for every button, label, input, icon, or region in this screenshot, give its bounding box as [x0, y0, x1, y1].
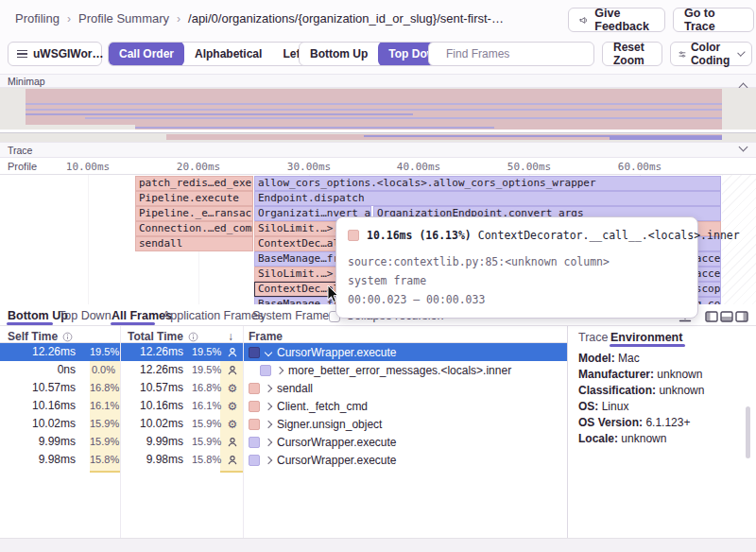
flame-frame[interactable]: patch_redis…ed_execute — [135, 176, 253, 191]
table-row[interactable]: 9.98ms 15.8% 9.98ms 15.8% CursorWrapper.… — [0, 451, 567, 469]
active-tab-underline — [610, 344, 685, 347]
tab-system-frames[interactable]: System Frames — [252, 309, 335, 322]
flame-frame[interactable]: SiloLimit.…>.over — [254, 221, 337, 236]
table-row[interactable]: 9.99ms 15.9% 9.99ms 15.9% CursorWrapper.… — [0, 433, 567, 451]
env-field: Classification: unknown — [578, 383, 748, 399]
give-feedback-label: Give Feedback — [594, 7, 654, 33]
dock-right-icon[interactable] — [735, 311, 748, 322]
dock-left-icon[interactable] — [705, 311, 718, 322]
mouse-cursor — [327, 285, 340, 304]
frame-name: CursorWrapper.execute — [277, 346, 397, 359]
frame-color-swatch — [249, 347, 260, 358]
system-frame-icon: ⚙ — [223, 415, 242, 433]
environment-details: Model: Mac Manufacturer: unknown Classif… — [578, 351, 748, 447]
env-field: Model: Mac — [578, 351, 748, 367]
minimap-block — [26, 103, 722, 105]
application-frame-icon — [223, 361, 242, 379]
go-to-trace-label: Go to Trace — [684, 7, 743, 33]
color-coding-label: Color Coding — [691, 41, 734, 67]
chevron-right-icon[interactable] — [276, 366, 284, 373]
breadcrumb-separator: › — [67, 12, 71, 26]
search-input[interactable] — [444, 46, 594, 61]
total-time-header[interactable]: Total Time — [128, 330, 198, 343]
total-time-header-label: Total Time — [128, 330, 183, 343]
tab-trace-details[interactable]: Trace — [578, 331, 609, 344]
tab-environment[interactable]: Environment — [610, 331, 682, 344]
color-coding-button[interactable]: Color Coding — [670, 42, 752, 66]
flame-frame[interactable]: Pipeline.execute — [135, 191, 253, 206]
flame-frame[interactable]: SiloLimit.…>.over — [254, 267, 337, 282]
flame-frame[interactable]: ContextDec…als>.i — [254, 236, 337, 251]
minimap-label: Minimap — [8, 76, 45, 87]
profile-label: Profile — [8, 161, 37, 172]
minimap-block — [26, 89, 722, 125]
application-frame-icon — [223, 343, 242, 361]
flame-frame-selected[interactable]: ContextDec…als>.i — [254, 282, 337, 297]
frame-name: CursorWrapper.execute — [277, 454, 397, 467]
frame-tooltip: 10.16ms (16.13%) ContextDecorator.__call… — [335, 216, 698, 319]
flame-frame[interactable]: allow_cors_options.<locals>.allow_cors_o… — [254, 176, 721, 191]
column-divider — [243, 326, 244, 538]
table-row[interactable]: 10.57ms 16.8% 10.57ms 16.8% ⚙ sendall — [0, 379, 567, 397]
tab-call-order[interactable]: Call Order — [109, 42, 184, 66]
frame-name: Client._fetch_cmd — [277, 400, 368, 413]
breadcrumb-profiling[interactable]: Profiling — [15, 11, 60, 26]
ruler-tick: 10.00ms — [66, 161, 110, 173]
chevron-right-icon[interactable] — [265, 438, 272, 445]
chevron-right-icon[interactable] — [265, 402, 272, 409]
tab-top-down-table[interactable]: Top Down — [59, 309, 112, 322]
minimap-canvas[interactable] — [0, 88, 756, 142]
flame-frame[interactable]: BaseManage…from_c — [254, 251, 337, 267]
ruler-tick: 40.00ms — [397, 161, 440, 173]
dock-bottom-icon[interactable] — [720, 311, 733, 322]
chevron-down-icon[interactable] — [265, 348, 272, 355]
breadcrumb-profile-summary[interactable]: Profile Summary — [78, 11, 169, 26]
thread-selector-label: uWSGIWor… — [33, 47, 103, 60]
minimap-block — [135, 127, 494, 129]
chevron-right-icon[interactable] — [265, 420, 272, 427]
flame-frame[interactable]: Connection.…ed_command — [135, 221, 253, 236]
frame-header[interactable]: Frame — [249, 330, 283, 343]
self-time-header-label: Self Time — [8, 330, 58, 343]
footer-strip — [0, 538, 756, 552]
panel-divider[interactable] — [567, 326, 568, 538]
time-ruler: Profile 10.00ms 20.00ms 30.00ms 40.00ms … — [0, 158, 756, 175]
frame-name: CursorWrapper.execute — [277, 436, 397, 449]
thread-selector[interactable]: uWSGIWor… — [8, 42, 102, 66]
frame-color-swatch — [348, 230, 359, 241]
tab-application-frames[interactable]: Application Frames — [163, 309, 264, 322]
flame-frame[interactable]: Endpoint.dispatch — [254, 191, 721, 206]
chevron-right-icon[interactable] — [265, 384, 272, 391]
frame-color-swatch — [249, 455, 260, 466]
chevron-right-icon[interactable] — [265, 456, 272, 463]
chevron-down-icon — [738, 48, 746, 56]
give-feedback-button[interactable]: Give Feedback — [568, 8, 665, 32]
minimap-block — [26, 109, 722, 111]
go-to-trace-button[interactable]: Go to Trace — [673, 8, 754, 32]
system-frame-icon: ⚙ — [223, 379, 242, 397]
scrollbar-thumb[interactable] — [746, 406, 750, 458]
info-icon — [62, 332, 73, 342]
ruler-tick: 30.00ms — [287, 161, 331, 173]
table-row[interactable]: 12.26ms 19.5% 12.26ms 19.5% CursorWrappe… — [0, 343, 567, 361]
breadcrumb-transaction: /api/0/organizations/{organization_id_or… — [188, 11, 504, 26]
reset-zoom-label: Reset Zoom — [613, 41, 651, 67]
minimap-viewport-band[interactable] — [0, 129, 756, 133]
application-frame-icon — [223, 451, 242, 469]
table-row[interactable]: 10.16ms 16.1% 10.16ms 16.1% ⚙ Client._fe… — [0, 397, 567, 415]
flame-frame[interactable]: sendall — [135, 236, 253, 251]
table-row[interactable]: 10.02ms 15.9% 10.02ms 15.9% ⚙ Signer.uns… — [0, 415, 567, 433]
system-frame-icon: ⚙ — [223, 397, 242, 415]
flame-frame[interactable]: Pipeline._e…ransaction — [135, 206, 253, 221]
table-row[interactable]: 0ns 0.0% 12.26ms 19.5% more_better_error… — [0, 361, 567, 379]
self-time-header[interactable]: Self Time — [8, 330, 73, 343]
tab-alphabetical[interactable]: Alphabetical — [184, 42, 272, 66]
tooltip-time-range: 00:00.023 — 00:00.033 — [348, 290, 686, 309]
ruler-tick: 50.00ms — [507, 161, 551, 173]
tab-bottom-up[interactable]: Bottom Up — [300, 42, 378, 66]
sort-desc-icon[interactable]: ↓ — [228, 330, 233, 343]
reset-zoom-button[interactable]: Reset Zoom — [602, 42, 662, 66]
thread-list-icon — [17, 50, 27, 59]
trace-collapse-icon[interactable] — [739, 143, 748, 152]
find-frames-search[interactable] — [428, 42, 594, 66]
